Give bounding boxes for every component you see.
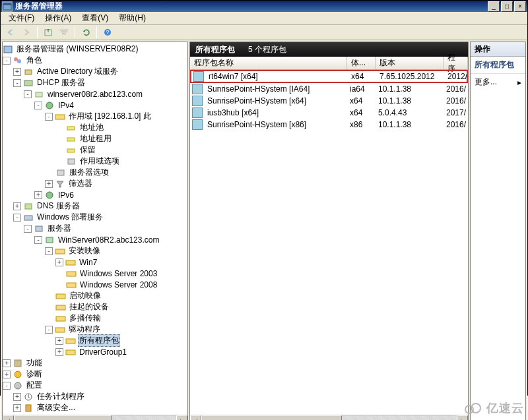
tree-server-options[interactable]: 服务器选项 [3, 167, 187, 178]
tree-ws2008[interactable]: Windows Server 2008 [3, 279, 187, 290]
tree-ws2003[interactable]: Windows Server 2003 [3, 268, 187, 279]
col-name[interactable]: 程序包名称 [190, 57, 347, 69]
tree-advanced-security[interactable]: +高级安全... [3, 402, 187, 413]
tree-lease[interactable]: 地址租用 [3, 133, 187, 144]
filter-button[interactable] [57, 25, 71, 40]
svg-rect-26 [55, 249, 65, 254]
tree-pane: 服务器管理器 (WINSERVER08R2) -角色 +Active Direc… [2, 42, 188, 420]
cell-arch: x86 [347, 120, 376, 129]
titlebar: 服务器管理器 _ □ × [1, 1, 527, 12]
svg-rect-32 [56, 316, 65, 321]
tree-root[interactable]: 服务器管理器 (WINSERVER08R2) [3, 44, 187, 55]
menu-action[interactable]: 操作(A) [41, 11, 75, 25]
cell-version: 10.1.1.38 [376, 84, 444, 94]
svg-rect-33 [55, 328, 65, 332]
help-button[interactable]: ? [100, 25, 115, 40]
list-hscroll[interactable]: ◄ ► [190, 415, 468, 420]
svg-point-14 [46, 102, 53, 109]
svg-rect-28 [67, 272, 76, 276]
cell-version: 10.1.1.38 [376, 96, 444, 105]
tree-wds[interactable]: -Windows 部署服务 [3, 212, 187, 223]
svg-point-10 [17, 59, 21, 63]
tree-pool[interactable]: 地址池 [3, 122, 187, 133]
back-button [3, 25, 18, 40]
scroll-right-button[interactable]: ► [457, 415, 468, 420]
tree-win7[interactable]: +Win7 [3, 256, 187, 268]
tree-multicast[interactable]: 多播传输 [3, 313, 187, 324]
col-arch[interactable]: 体... [347, 57, 376, 69]
col-version[interactable]: 版本 [376, 57, 444, 69]
svg-rect-12 [24, 80, 32, 86]
client-area: 服务器管理器 (WINSERVER08R2) -角色 +Active Direc… [1, 40, 527, 420]
tree-ad[interactable]: +Active Directory 域服务 [3, 66, 187, 77]
list-row[interactable]: SunrisePoint-HSystem [x86]x8610.1.1.3820… [190, 119, 468, 131]
tree-dhcp-server[interactable]: -winserver08r2.abc123.com [3, 88, 187, 100]
tree-hscroll[interactable]: ◄ ► [3, 415, 187, 420]
svg-point-9 [14, 57, 18, 61]
cell-date: 2012/ [445, 72, 467, 81]
toolbar: ? [1, 25, 527, 40]
tree-filter[interactable]: +筛选器 [3, 178, 187, 189]
scroll-right-button[interactable]: ► [176, 415, 187, 420]
cell-date: 2016/ [444, 84, 468, 94]
menu-file[interactable]: 文件(F) [5, 11, 38, 25]
tree-roles[interactable]: -角色 [3, 55, 187, 66]
tree-diagnostics[interactable]: +诊断 [3, 369, 187, 380]
svg-rect-18 [67, 149, 75, 152]
package-icon [192, 84, 203, 94]
svg-text:?: ? [106, 29, 109, 36]
tree-task-scheduler[interactable]: +任务计划程序 [3, 391, 187, 402]
tree-servers[interactable]: -服务器 [3, 223, 187, 234]
cell-date: 2017/ [444, 108, 468, 117]
svg-rect-25 [46, 237, 53, 243]
list-body[interactable]: rt64win7 [x64]x647.65.1025.20122012/Sunr… [190, 70, 468, 415]
tree-pending[interactable]: 挂起的设备 [3, 301, 187, 313]
svg-rect-27 [66, 260, 75, 265]
tree-dns[interactable]: +DNS 服务器 [3, 200, 187, 212]
cell-name: SunrisePoint-HSystem [x86] [205, 120, 347, 129]
tree-boot-images[interactable]: 启动映像 [3, 290, 187, 301]
tree-scope-options[interactable]: 作用域选项 [3, 156, 187, 167]
svg-rect-3 [61, 32, 67, 32]
list-row[interactable]: iusb3hub [x64]x645.0.4.432017/ [190, 107, 468, 119]
col-date[interactable]: 程序... [444, 57, 468, 69]
tree-dhcp[interactable]: -DHCP 服务器 [3, 77, 187, 88]
tree-features[interactable]: +功能 [3, 357, 187, 369]
tree-scope[interactable]: -作用域 [192.168.1.0] 此 [3, 111, 187, 122]
svg-rect-11 [25, 70, 32, 75]
svg-rect-22 [25, 204, 32, 209]
tree-driver-group[interactable]: +DriverGroup1 [3, 346, 187, 357]
export-button[interactable] [41, 25, 55, 40]
minimize-button[interactable]: _ [488, 1, 500, 12]
tree-ipv6[interactable]: +IPv6 [3, 189, 187, 200]
cell-version: 10.1.1.38 [376, 120, 444, 129]
svg-rect-5 [60, 30, 68, 30]
menu-help[interactable]: 帮助(H) [115, 11, 150, 25]
svg-rect-23 [24, 216, 32, 220]
svg-rect-8 [4, 46, 12, 53]
svg-rect-20 [57, 170, 64, 175]
maximize-button[interactable]: □ [501, 1, 513, 12]
package-icon [193, 71, 204, 82]
tree-view[interactable]: 服务器管理器 (WINSERVER08R2) -角色 +Active Direc… [3, 42, 187, 415]
scroll-left-button[interactable]: ◄ [190, 415, 201, 420]
close-button[interactable]: × [514, 1, 526, 12]
cell-arch: ia64 [347, 84, 376, 94]
tree-config[interactable]: -配置 [3, 380, 187, 391]
list-row[interactable]: SunrisePoint-HSystem [x64]x6410.1.1.3820… [190, 95, 468, 107]
app-icon [2, 1, 13, 12]
tree-drivers[interactable]: -驱动程序 [3, 324, 187, 335]
tree-all-packages[interactable]: +所有程序包 [3, 335, 187, 346]
list-title: 所有程序包 [195, 44, 235, 55]
list-row[interactable]: SunrisePoint-HSystem [IA64]ia6410.1.1.38… [190, 83, 468, 95]
actions-more[interactable]: 更多... ▸ [471, 74, 525, 90]
list-row[interactable]: rt64win7 [x64]x647.65.1025.20122012/ [190, 70, 468, 83]
menu-view[interactable]: 查看(V) [78, 11, 112, 25]
package-icon [192, 96, 203, 106]
scroll-left-button[interactable]: ◄ [3, 415, 14, 420]
refresh-button[interactable] [79, 25, 93, 40]
tree-reserve[interactable]: 保留 [3, 144, 187, 156]
tree-wds-server[interactable]: -WinServer08R2.abc123.com [3, 234, 187, 245]
tree-install-images[interactable]: -安装映像 [3, 245, 187, 256]
tree-ipv4[interactable]: -IPv4 [3, 100, 187, 111]
